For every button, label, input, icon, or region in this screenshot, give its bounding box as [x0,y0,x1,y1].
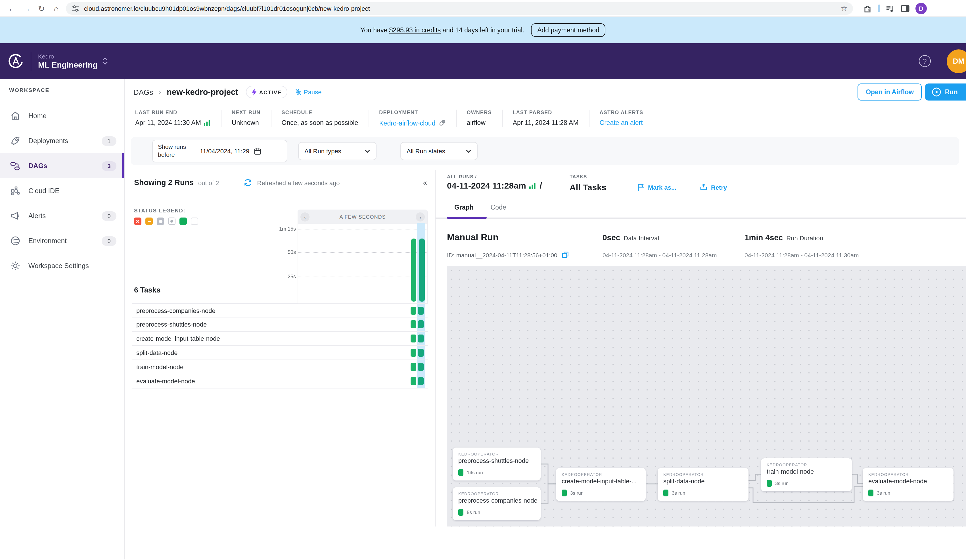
task-instance-run2[interactable] [418,335,424,342]
graph-node-evaluate-model[interactable]: KEDROOPERATOR evaluate-model-node 3s run [863,468,953,501]
all-tasks-value[interactable]: All Tasks [570,182,606,192]
sidebar-item-label: Home [28,112,117,120]
sidebar-item-cloud-ide[interactable]: Cloud IDE [0,178,124,203]
status-success-swatch [179,218,187,225]
calendar-icon[interactable] [254,148,261,155]
browser-chrome: ← → ↻ ⌂ cloud.astronomer.io/cluubcu9h01d… [0,0,966,17]
task-name[interactable]: preprocess-shuttles-node [132,321,207,328]
deployment-link[interactable]: Kedro-airflow-cloud [379,120,435,126]
task-row[interactable]: create-model-input-table-node [132,332,428,346]
extensions-puzzle-icon[interactable] [863,4,872,13]
bookmark-star-icon[interactable]: ☆ [841,4,847,13]
reading-list-icon[interactable] [886,4,895,13]
collapse-panel-icon[interactable]: « [423,178,427,187]
node-runtime: 5s run [467,509,480,515]
sidebar-item-home[interactable]: Home [0,103,124,128]
pinned-extension-indicator[interactable] [878,5,880,12]
all-runs-breadcrumb[interactable]: ALL RUNS / [447,174,477,179]
home-icon[interactable]: ⌂ [49,4,64,13]
task-instance-run1[interactable] [411,363,416,371]
trial-banner-text: You have $295.93 in credits and 14 days … [360,27,524,33]
graph-node-train-model[interactable]: KEDROOPERATOR train-model-node 3s run [761,458,852,491]
run-states-dropdown[interactable]: All Run states [400,142,478,160]
task-name[interactable]: split-data-node [132,349,178,356]
task-instance-run1[interactable] [411,320,416,328]
task-name[interactable]: evaluate-model-node [132,378,195,384]
status-legend-label: STATUS LEGEND: [134,207,186,213]
sidebar-item-dags[interactable]: DAGs 3 [0,153,124,178]
sidebar-item-label: Deployments [28,137,102,145]
runs-panel: Showing 2 Runs out of 2 Refreshed a few … [125,170,435,527]
workspace-switcher[interactable]: Kedro ML Engineering [38,53,98,69]
run-duration-bars-icon[interactable] [204,119,211,126]
side-panel-icon[interactable] [901,4,910,13]
node-operator-label: KEDROOPERATOR [663,473,743,476]
graph-node-preprocess-companies[interactable]: KEDROOPERATOR preprocess-companies-node … [453,487,540,520]
mark-as-button[interactable]: Mark as... [637,184,676,191]
forward-icon[interactable]: → [19,4,34,13]
graph-node-split-data[interactable]: KEDROOPERATOR split-data-node 3s run [658,468,749,501]
task-instance-run1[interactable] [411,307,416,315]
astronomer-logo[interactable] [7,53,25,70]
retry-button[interactable]: Retry [700,184,727,191]
run-label: Run [945,89,958,95]
task-row[interactable]: preprocess-shuttles-node [132,317,428,332]
browser-profile-avatar[interactable]: D [915,3,927,14]
runs-before-date-input[interactable]: 11/04/2024, 11:29 [200,148,249,154]
task-row[interactable]: split-data-node [132,346,428,360]
task-row[interactable]: train-model-node [132,360,428,374]
chart-next-icon[interactable]: › [416,212,425,222]
task-instance-run2[interactable] [418,320,424,328]
sidebar-item-alerts[interactable]: Alerts 0 [0,203,124,228]
graph-node-preprocess-shuttles[interactable]: KEDROOPERATOR preprocess-shuttles-node 1… [453,448,540,481]
credits-link[interactable]: $295.93 in credits [389,27,441,33]
detail-tabs: Graph Code [454,204,506,214]
sidebar-item-workspace-settings[interactable]: Workspace Settings [0,253,124,278]
tab-graph[interactable]: Graph [454,204,474,214]
task-instance-run1[interactable] [411,335,416,342]
add-payment-method-button[interactable]: Add payment method [531,23,606,37]
url-bar[interactable]: cloud.astronomer.io/cluubcu9h01dp01os9wb… [66,2,853,15]
reload-icon[interactable]: ↻ [34,4,49,13]
run-filters: Show runs before 11/04/2024, 11:29 All R… [131,137,959,165]
node-name: split-data-node [663,478,743,484]
chart-prev-icon[interactable]: ‹ [301,212,309,222]
task-instance-run2[interactable] [418,307,424,315]
refresh-icon[interactable] [243,178,252,187]
site-settings-icon[interactable] [72,4,79,12]
meta-label: ASTRO ALERTS [600,110,644,115]
copy-icon[interactable] [562,251,569,258]
graph-node-create-model-input-table[interactable]: KEDROOPERATOR create-model-input-table-.… [556,468,646,501]
sidebar-item-environment[interactable]: Environment 0 [0,228,124,253]
task-instance-run2[interactable] [418,349,424,357]
run-button[interactable]: Run [925,84,966,100]
task-instance-run2[interactable] [418,377,424,385]
task-instance-run1[interactable] [411,349,416,357]
back-icon[interactable]: ← [5,4,19,13]
help-icon[interactable]: ? [919,55,931,67]
pause-button[interactable]: Pause [295,89,322,95]
task-name[interactable]: train-model-node [132,363,184,370]
task-name[interactable]: create-model-input-table-node [132,335,220,342]
show-runs-before-filter[interactable]: Show runs before 11/04/2024, 11:29 [152,140,288,163]
task-instance-run2[interactable] [418,363,424,371]
main-content: DAGs › new-kedro-project ACTIVE Pause Op… [125,79,966,560]
run-types-dropdown[interactable]: All Run types [298,142,376,160]
task-name[interactable]: preprocess-companies-node [132,307,215,314]
run-1-duration-bar[interactable] [411,238,416,302]
tab-code[interactable]: Code [491,204,506,214]
breadcrumb-dags-link[interactable]: DAGs [133,88,153,96]
url-text[interactable]: cloud.astronomer.io/cluubcu9h01dp01os9wb… [84,5,836,11]
gridline [298,252,427,253]
sidebar: WORKSPACE Home Deployments 1 DAGs 3 Clou… [0,79,125,560]
sidebar-item-deployments[interactable]: Deployments 1 [0,128,124,153]
create-alert-link[interactable]: Create an alert [600,119,643,126]
last-parsed-value: Apr 11, 2024 11:28 AM [513,119,579,126]
task-row[interactable]: evaluate-model-node [132,374,428,389]
task-instance-run1[interactable] [411,377,416,385]
workspace-switcher-chevrons-icon[interactable] [102,57,108,65]
user-avatar[interactable]: DM [947,49,966,73]
task-row[interactable]: preprocess-companies-node [132,303,428,317]
open-in-airflow-button[interactable]: Open in Airflow [858,84,922,100]
run-2-duration-bar[interactable] [419,238,425,302]
